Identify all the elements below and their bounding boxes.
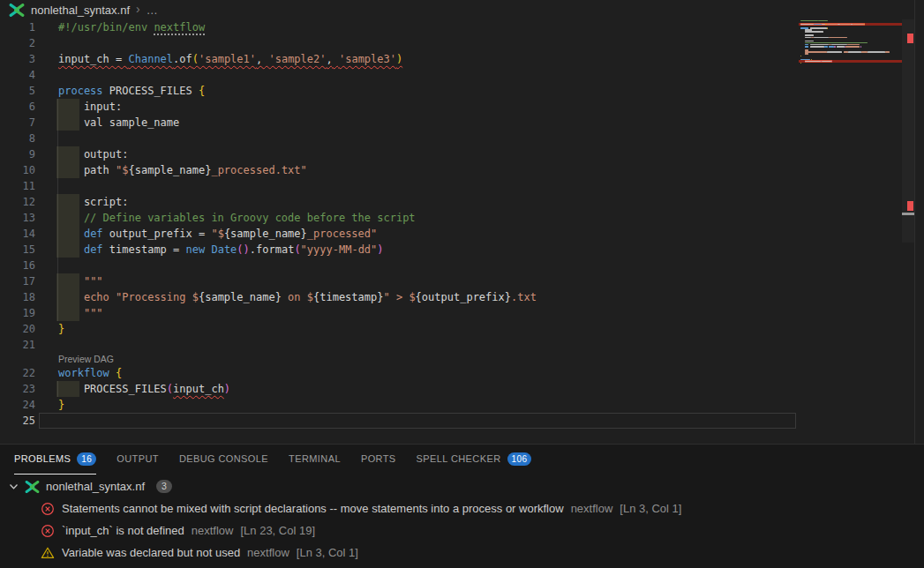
minimap-line: [848, 51, 861, 53]
tab-problems-label: PROBLEMS: [14, 453, 71, 464]
problem-source: nextflow: [571, 502, 613, 515]
minimap-line: [805, 37, 811, 39]
minimap-line: [868, 51, 885, 53]
minimap-line: [837, 46, 845, 48]
problem-row[interactable]: Statements cannot be mixed with script d…: [0, 497, 924, 519]
minimap-line: [805, 31, 823, 33]
line-number-21[interactable]: 21: [0, 337, 35, 353]
minimap-line: [860, 46, 861, 48]
code-line-22[interactable]: workflow {: [58, 365, 122, 381]
line-number-8[interactable]: 8: [0, 131, 35, 146]
problems-file-count-badge: 3: [156, 480, 172, 493]
problem-message: Statements cannot be mixed with script d…: [62, 502, 564, 515]
code-line-9[interactable]: output:: [58, 146, 128, 162]
code-line-14[interactable]: def output_prefix = "${sample_name}_proc…: [58, 226, 377, 242]
code-line-1[interactable]: #!/usr/bin/env nextflow: [58, 19, 205, 35]
line-number-19[interactable]: 19: [0, 305, 35, 321]
code-line-23[interactable]: PROCESS_FILES(input_ch): [58, 381, 230, 397]
minimap-line: [810, 46, 824, 48]
panel-tab-bar: PROBLEMS 16 OUTPUT DEBUG CONSOLE TERMINA…: [14, 445, 531, 475]
line-number-25[interactable]: 25: [0, 413, 35, 429]
line-number-11[interactable]: 11: [0, 178, 35, 194]
bottom-panel: PROBLEMS 16 OUTPUT DEBUG CONSOLE TERMINA…: [0, 444, 924, 568]
problems-file-name: nonlethal_syntax.nf: [46, 480, 145, 493]
line-number-9[interactable]: 9: [0, 146, 35, 162]
tab-debug-console-label: DEBUG CONSOLE: [179, 453, 268, 464]
editor-scrollbar[interactable]: [902, 19, 915, 243]
line-number-15[interactable]: 15: [0, 242, 35, 258]
line-number-16[interactable]: 16: [0, 258, 35, 273]
line-number-22[interactable]: 22: [0, 365, 35, 381]
minimap-line: [824, 46, 828, 48]
line-number-17[interactable]: 17: [0, 273, 35, 289]
line-number-23[interactable]: 23: [0, 381, 35, 397]
problem-row[interactable]: Variable was declared but not used nextf…: [0, 542, 924, 564]
line-number-1[interactable]: 1: [0, 19, 35, 35]
code-line-7[interactable]: val sample_name: [58, 115, 179, 131]
chevron-down-icon[interactable]: [9, 483, 19, 490]
code-line-20[interactable]: }: [58, 321, 64, 337]
problems-file-group[interactable]: nonlethal_syntax.nf 3: [0, 476, 924, 497]
problem-location: [Ln 23, Col 19]: [240, 524, 315, 537]
warning-icon: [41, 546, 55, 560]
code-line-18[interactable]: echo "Processing ${sample_name} on ${tim…: [58, 289, 537, 305]
minimap-line: [800, 56, 801, 57]
minimap-line: [805, 53, 808, 55]
code-line-13[interactable]: // Define variables in Groovy code befor…: [58, 210, 416, 226]
line-number-20[interactable]: 20: [0, 321, 35, 337]
line-number-6[interactable]: 6: [0, 99, 35, 115]
tab-spell-checker-label: SPELL CHECKER: [417, 453, 501, 464]
code-editor[interactable]: Preview DAG1#!/usr/bin/env nextflow23inp…: [0, 0, 915, 444]
line-number-18[interactable]: 18: [0, 289, 35, 305]
error-icon: [41, 524, 55, 538]
current-line-highlight: [39, 413, 796, 429]
code-line-5[interactable]: process PROCESS_FILES {: [58, 83, 205, 99]
code-line-3[interactable]: input_ch = Channel.of('sample1', 'sample…: [58, 51, 402, 67]
tab-ports[interactable]: PORTS: [361, 445, 396, 475]
minimap-line: [814, 37, 830, 39]
line-number-7[interactable]: 7: [0, 115, 35, 131]
minimap-line: [861, 51, 868, 53]
code-line-6[interactable]: input:: [58, 99, 122, 115]
line-number-13[interactable]: 13: [0, 210, 35, 226]
minimap-line: [810, 27, 827, 29]
line-number-2[interactable]: 2: [0, 35, 35, 51]
tab-terminal[interactable]: TERMINAL: [289, 445, 341, 475]
problem-message: `input_ch` is not defined: [62, 524, 184, 537]
tab-output[interactable]: OUTPUT: [116, 445, 159, 475]
tab-spell-checker[interactable]: SPELL CHECKER 106: [417, 445, 532, 475]
nextflow-icon: [25, 481, 40, 493]
minimap-line: [827, 27, 828, 29]
line-number-12[interactable]: 12: [0, 194, 35, 210]
error-icon: [41, 502, 55, 516]
tab-terminal-label: TERMINAL: [289, 453, 341, 464]
tab-output-label: OUTPUT: [116, 453, 159, 464]
minimap-line: [805, 34, 813, 36]
line-number-5[interactable]: 5: [0, 83, 35, 99]
problems-count-badge: 16: [77, 452, 96, 466]
tab-debug-console[interactable]: DEBUG CONSOLE: [179, 445, 268, 475]
minimap-line: [805, 46, 808, 48]
tab-ports-label: PORTS: [361, 453, 396, 464]
line-number-3[interactable]: 3: [0, 51, 35, 67]
line-number-14[interactable]: 14: [0, 226, 35, 242]
code-line-17[interactable]: """: [58, 273, 103, 289]
codelens-preview-dag[interactable]: Preview DAG: [58, 353, 114, 365]
code-line-15[interactable]: def timestamp = new Date().format("yyyy-…: [58, 242, 384, 258]
problem-row[interactable]: `input_ch` is not defined nextflow [Ln 2…: [0, 519, 924, 542]
line-number-24[interactable]: 24: [0, 397, 35, 413]
code-line-12[interactable]: script:: [58, 194, 128, 210]
code-line-19[interactable]: """: [58, 305, 103, 321]
tab-problems[interactable]: PROBLEMS 16: [14, 445, 96, 475]
minimap-line: [800, 63, 801, 64]
problem-source: nextflow: [247, 546, 289, 559]
code-line-10[interactable]: path "${sample_name}_processed.txt": [58, 162, 307, 178]
minimap-line: [829, 46, 833, 48]
line-number-4[interactable]: 4: [0, 67, 35, 83]
minimap-line: [845, 46, 860, 48]
line-number-10[interactable]: 10: [0, 162, 35, 178]
minimap-line: [805, 51, 826, 53]
spell-checker-count-badge: 106: [507, 452, 532, 466]
minimap-line: [827, 51, 843, 53]
code-line-24[interactable]: }: [58, 397, 64, 413]
